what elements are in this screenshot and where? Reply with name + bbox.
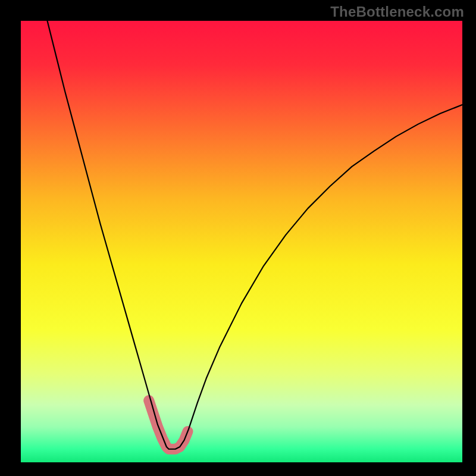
watermark-label: TheBottleneck.com bbox=[330, 4, 464, 20]
gradient-background bbox=[21, 21, 462, 462]
chart-frame: TheBottleneck.com bbox=[0, 0, 476, 476]
bottleneck-chart bbox=[0, 0, 476, 476]
